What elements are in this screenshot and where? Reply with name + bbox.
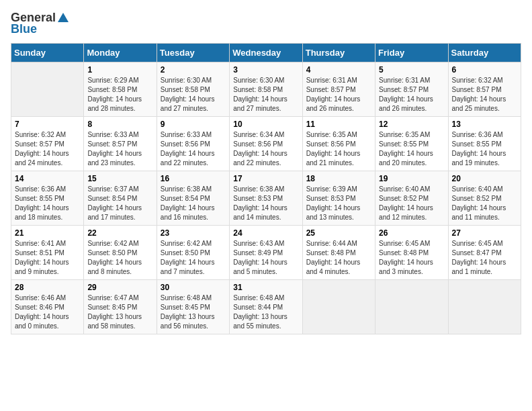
calendar-cell: 25Sunrise: 6:44 AMSunset: 8:48 PMDayligh… — [302, 226, 375, 280]
calendar-cell: 24Sunrise: 6:43 AMSunset: 8:49 PMDayligh… — [230, 226, 302, 280]
day-info: Sunrise: 6:31 AMSunset: 8:57 PMDaylight:… — [306, 76, 371, 113]
calendar-cell — [11, 62, 84, 117]
calendar-cell: 19Sunrise: 6:40 AMSunset: 8:52 PMDayligh… — [375, 171, 448, 226]
calendar-cell: 9Sunrise: 6:33 AMSunset: 8:56 PMDaylight… — [157, 117, 229, 171]
day-info: Sunrise: 6:37 AMSunset: 8:54 PMDaylight:… — [87, 185, 152, 222]
header-monday: Monday — [84, 44, 157, 62]
calendar-cell: 4Sunrise: 6:31 AMSunset: 8:57 PMDaylight… — [302, 62, 375, 117]
calendar-cell: 7Sunrise: 6:32 AMSunset: 8:57 PMDaylight… — [11, 117, 84, 171]
day-number: 17 — [233, 174, 298, 183]
logo-triangle-icon — [58, 13, 69, 22]
day-number: 3 — [233, 65, 298, 75]
day-info: Sunrise: 6:40 AMSunset: 8:52 PMDaylight:… — [379, 185, 444, 222]
day-info: Sunrise: 6:30 AMSunset: 8:58 PMDaylight:… — [161, 76, 226, 113]
calendar-cell: 22Sunrise: 6:42 AMSunset: 8:50 PMDayligh… — [84, 226, 157, 280]
day-number: 2 — [161, 65, 226, 75]
calendar-cell: 27Sunrise: 6:45 AMSunset: 8:47 PMDayligh… — [448, 226, 521, 280]
day-number: 18 — [306, 174, 371, 183]
calendar-week-row: 7Sunrise: 6:32 AMSunset: 8:57 PMDaylight… — [11, 117, 521, 171]
day-number: 4 — [306, 65, 371, 75]
day-info: Sunrise: 6:41 AMSunset: 8:51 PMDaylight:… — [15, 239, 80, 277]
day-info: Sunrise: 6:48 AMSunset: 8:45 PMDaylight:… — [161, 293, 226, 331]
day-info: Sunrise: 6:46 AMSunset: 8:46 PMDaylight:… — [15, 293, 80, 331]
calendar-cell: 29Sunrise: 6:47 AMSunset: 8:45 PMDayligh… — [84, 280, 157, 334]
day-info: Sunrise: 6:42 AMSunset: 8:50 PMDaylight:… — [87, 239, 152, 277]
day-number: 12 — [379, 120, 444, 129]
day-number: 21 — [15, 228, 80, 238]
calendar-cell: 1Sunrise: 6:29 AMSunset: 8:58 PMDaylight… — [84, 62, 157, 117]
logo-blue: Blue — [11, 22, 37, 36]
calendar-cell: 10Sunrise: 6:34 AMSunset: 8:56 PMDayligh… — [230, 117, 302, 171]
day-number: 6 — [452, 65, 517, 75]
day-info: Sunrise: 6:45 AMSunset: 8:47 PMDaylight:… — [452, 239, 517, 277]
day-number: 15 — [87, 174, 152, 183]
day-info: Sunrise: 6:35 AMSunset: 8:56 PMDaylight:… — [306, 130, 371, 168]
day-number: 30 — [161, 283, 226, 292]
day-number: 16 — [161, 174, 226, 183]
day-info: Sunrise: 6:43 AMSunset: 8:49 PMDaylight:… — [233, 239, 298, 277]
header-saturday: Saturday — [448, 44, 521, 62]
calendar-table: SundayMondayTuesdayWednesdayThursdayFrid… — [11, 43, 521, 334]
calendar-cell: 3Sunrise: 6:30 AMSunset: 8:58 PMDaylight… — [230, 62, 302, 117]
day-number: 23 — [161, 228, 226, 238]
calendar-cell: 8Sunrise: 6:33 AMSunset: 8:57 PMDaylight… — [84, 117, 157, 171]
calendar-cell: 18Sunrise: 6:39 AMSunset: 8:53 PMDayligh… — [302, 171, 375, 226]
logo: General Blue — [11, 11, 69, 36]
day-info: Sunrise: 6:33 AMSunset: 8:57 PMDaylight:… — [87, 130, 152, 168]
calendar-week-row: 14Sunrise: 6:36 AMSunset: 8:55 PMDayligh… — [11, 171, 521, 226]
day-info: Sunrise: 6:40 AMSunset: 8:52 PMDaylight:… — [452, 185, 517, 222]
day-number: 28 — [15, 283, 80, 292]
calendar-cell: 31Sunrise: 6:48 AMSunset: 8:44 PMDayligh… — [230, 280, 302, 334]
calendar-cell: 6Sunrise: 6:32 AMSunset: 8:57 PMDaylight… — [448, 62, 521, 117]
day-info: Sunrise: 6:36 AMSunset: 8:55 PMDaylight:… — [452, 130, 517, 168]
calendar-cell: 23Sunrise: 6:42 AMSunset: 8:50 PMDayligh… — [157, 226, 229, 280]
day-number: 24 — [233, 228, 298, 238]
calendar-cell: 16Sunrise: 6:38 AMSunset: 8:54 PMDayligh… — [157, 171, 229, 226]
calendar-cell — [375, 280, 448, 334]
day-number: 11 — [306, 120, 371, 129]
day-number: 14 — [15, 174, 80, 183]
calendar-week-row: 21Sunrise: 6:41 AMSunset: 8:51 PMDayligh… — [11, 226, 521, 280]
calendar-cell — [302, 280, 375, 334]
calendar-cell: 5Sunrise: 6:31 AMSunset: 8:57 PMDaylight… — [375, 62, 448, 117]
day-number: 7 — [15, 120, 80, 129]
header-friday: Friday — [375, 44, 448, 62]
header-thursday: Thursday — [302, 44, 375, 62]
day-info: Sunrise: 6:44 AMSunset: 8:48 PMDaylight:… — [306, 239, 371, 277]
day-info: Sunrise: 6:48 AMSunset: 8:44 PMDaylight:… — [233, 293, 298, 331]
calendar-cell — [448, 280, 521, 334]
calendar-header-row: SundayMondayTuesdayWednesdayThursdayFrid… — [11, 44, 521, 62]
day-number: 29 — [87, 283, 152, 292]
header: General Blue — [11, 11, 521, 36]
header-sunday: Sunday — [11, 44, 84, 62]
calendar-cell: 30Sunrise: 6:48 AMSunset: 8:45 PMDayligh… — [157, 280, 229, 334]
calendar-cell: 15Sunrise: 6:37 AMSunset: 8:54 PMDayligh… — [84, 171, 157, 226]
day-info: Sunrise: 6:38 AMSunset: 8:53 PMDaylight:… — [233, 185, 298, 222]
day-info: Sunrise: 6:32 AMSunset: 8:57 PMDaylight:… — [15, 130, 80, 168]
calendar-cell: 2Sunrise: 6:30 AMSunset: 8:58 PMDaylight… — [157, 62, 229, 117]
day-info: Sunrise: 6:36 AMSunset: 8:55 PMDaylight:… — [15, 185, 80, 222]
day-number: 25 — [306, 228, 371, 238]
calendar-cell: 20Sunrise: 6:40 AMSunset: 8:52 PMDayligh… — [448, 171, 521, 226]
day-info: Sunrise: 6:45 AMSunset: 8:48 PMDaylight:… — [379, 239, 444, 277]
day-info: Sunrise: 6:35 AMSunset: 8:55 PMDaylight:… — [379, 130, 444, 168]
day-info: Sunrise: 6:29 AMSunset: 8:58 PMDaylight:… — [87, 76, 152, 113]
calendar-cell: 17Sunrise: 6:38 AMSunset: 8:53 PMDayligh… — [230, 171, 302, 226]
day-info: Sunrise: 6:38 AMSunset: 8:54 PMDaylight:… — [161, 185, 226, 222]
day-number: 1 — [87, 65, 152, 75]
day-number: 9 — [161, 120, 226, 129]
day-info: Sunrise: 6:32 AMSunset: 8:57 PMDaylight:… — [452, 76, 517, 113]
calendar-week-row: 28Sunrise: 6:46 AMSunset: 8:46 PMDayligh… — [11, 280, 521, 334]
day-info: Sunrise: 6:31 AMSunset: 8:57 PMDaylight:… — [379, 76, 444, 113]
day-number: 10 — [233, 120, 298, 129]
calendar-cell: 21Sunrise: 6:41 AMSunset: 8:51 PMDayligh… — [11, 226, 84, 280]
calendar-cell: 13Sunrise: 6:36 AMSunset: 8:55 PMDayligh… — [448, 117, 521, 171]
day-number: 19 — [379, 174, 444, 183]
calendar-cell: 12Sunrise: 6:35 AMSunset: 8:55 PMDayligh… — [375, 117, 448, 171]
day-number: 27 — [452, 228, 517, 238]
header-wednesday: Wednesday — [230, 44, 302, 62]
header-tuesday: Tuesday — [157, 44, 229, 62]
calendar-week-row: 1Sunrise: 6:29 AMSunset: 8:58 PMDaylight… — [11, 62, 521, 117]
day-number: 13 — [452, 120, 517, 129]
calendar-cell: 14Sunrise: 6:36 AMSunset: 8:55 PMDayligh… — [11, 171, 84, 226]
